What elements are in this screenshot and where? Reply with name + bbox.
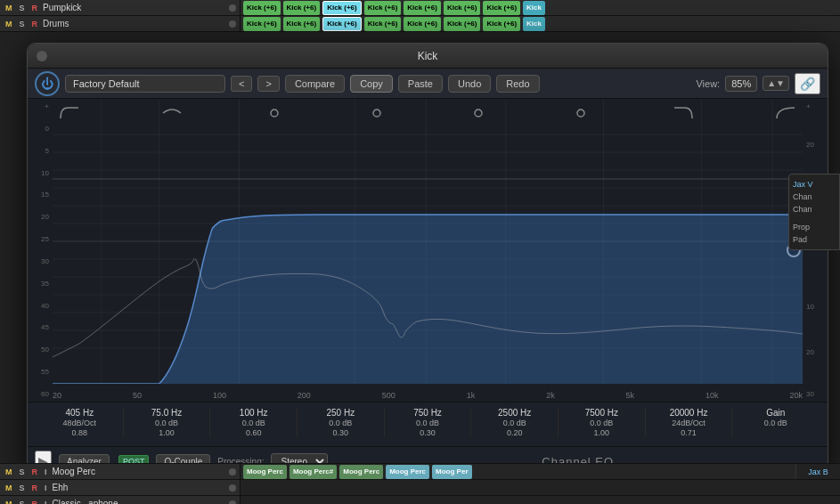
solo-btn-moogperc[interactable]: S bbox=[18, 467, 27, 476]
next-button[interactable]: > bbox=[257, 76, 279, 92]
clip[interactable]: Kick (+6) bbox=[404, 1, 441, 15]
clip[interactable]: Kick (+6) bbox=[243, 1, 281, 15]
clip[interactable]: Kick (+6) bbox=[322, 17, 362, 31]
rec-btn-drums[interactable]: R bbox=[30, 20, 40, 28]
track-clips-moogperc: Moog Perc Moog Perc# Moog Perc Moog Perc… bbox=[241, 464, 840, 479]
track-controls-ehh: M S R I Ehh bbox=[0, 480, 241, 495]
clip[interactable]: Kick (+6) bbox=[364, 17, 402, 31]
svg-point-23 bbox=[271, 110, 278, 117]
link-button[interactable]: 🔗 bbox=[795, 73, 820, 94]
mute-btn-ehh[interactable]: M bbox=[4, 484, 14, 492]
mute-btn-classic[interactable]: M bbox=[4, 500, 14, 505]
track-row-classic: M S R I Classic...aphone bbox=[0, 496, 840, 504]
clip[interactable]: Moog Perc bbox=[243, 465, 287, 479]
right-panel-item-prop[interactable]: Prop bbox=[793, 221, 836, 233]
freq-labels: 20 50 100 200 500 1k 2k 5k 10k 20k bbox=[53, 391, 803, 400]
right-panel: Jax V Chan Chan Prop Pad bbox=[788, 174, 840, 250]
paste-button[interactable]: Paste bbox=[398, 75, 443, 93]
compare-button[interactable]: Compare bbox=[285, 75, 345, 93]
clip[interactable]: Moog Perc# bbox=[290, 465, 337, 479]
clip[interactable]: Kick (+6) bbox=[444, 1, 481, 15]
redo-button[interactable]: Redo bbox=[496, 75, 539, 93]
eq-window: Kick ⏻ Factory Default < > Compare Copy … bbox=[27, 43, 828, 476]
clip[interactable]: Moog Per bbox=[432, 465, 471, 479]
rec-btn-moogperc[interactable]: R bbox=[30, 467, 40, 476]
right-panel-item-jaxv[interactable]: Jax V bbox=[793, 178, 836, 191]
solo-btn-drums[interactable]: S bbox=[18, 20, 27, 28]
solo-btn-pumpkick[interactable]: S bbox=[18, 4, 27, 12]
band-col-8: 20000 Hz 24dB/Oct 0.71 bbox=[646, 408, 733, 437]
band3-icon[interactable] bbox=[264, 106, 285, 120]
clip[interactable]: Kick (+6) bbox=[364, 1, 402, 15]
band-col-3: 100 Hz 0.0 dB 0.60 bbox=[210, 408, 298, 437]
band-col-4: 250 Hz 0.0 dB 0.30 bbox=[298, 408, 385, 437]
track-controls-drums: M S R Drums bbox=[0, 16, 241, 31]
view-stepper[interactable]: ▲▼ bbox=[763, 76, 789, 91]
track-name-ehh: Ehh bbox=[53, 483, 225, 492]
rec-btn-pumpkick[interactable]: R bbox=[30, 4, 40, 12]
bottom-section: M S R I Moog Perc Moog Perc Moog Perc# M… bbox=[0, 463, 840, 504]
clip[interactable]: Kick (+6) bbox=[243, 17, 281, 31]
track-controls-classic: M S R I Classic...aphone bbox=[0, 496, 241, 504]
band-icons-row bbox=[59, 106, 796, 120]
db-scale-right: + 20 10 5 10 20 30 bbox=[803, 99, 828, 402]
track-dot-ehh bbox=[229, 484, 236, 492]
clip[interactable]: Kick bbox=[523, 1, 545, 15]
right-panel-bottom: Jax B bbox=[795, 464, 840, 479]
track-controls-moogperc: M S R I Moog Perc bbox=[0, 464, 241, 479]
power-button[interactable]: ⏻ bbox=[35, 71, 60, 96]
solo-btn-ehh[interactable]: S bbox=[18, 484, 27, 492]
eq-titlebar: Kick bbox=[28, 44, 828, 69]
clip[interactable]: Moog Perc bbox=[339, 465, 383, 479]
rec-btn-ehh[interactable]: R bbox=[30, 484, 40, 492]
mute-btn-moogperc[interactable]: M bbox=[4, 467, 14, 476]
clip[interactable]: Kick (+6) bbox=[322, 1, 362, 15]
clip[interactable]: Kick (+6) bbox=[483, 1, 520, 15]
copy-button[interactable]: Copy bbox=[350, 75, 393, 93]
band-col-2: 75.0 Hz 0.0 dB 1.00 bbox=[124, 408, 211, 437]
band8-icon[interactable] bbox=[775, 106, 796, 120]
top-tracks: M S R Pumpkick Kick (+6) Kick (+6) Kick … bbox=[0, 0, 840, 32]
band4-icon[interactable] bbox=[366, 106, 387, 120]
clip[interactable]: Kick (+6) bbox=[404, 17, 441, 31]
preset-select[interactable]: Factory Default bbox=[65, 75, 225, 93]
track-clips-drums: Kick (+6) Kick (+6) Kick (+6) Kick (+6) … bbox=[241, 16, 840, 31]
svg-point-24 bbox=[373, 110, 380, 117]
right-panel-item-chan2[interactable]: Chan bbox=[793, 203, 836, 215]
track-dot-pumpkick bbox=[229, 4, 236, 12]
mute-btn-pumpkick[interactable]: M bbox=[4, 4, 14, 12]
window-close[interactable] bbox=[37, 51, 47, 61]
band1-icon[interactable] bbox=[59, 106, 80, 120]
band5-icon[interactable] bbox=[468, 106, 489, 120]
track-name-classic: Classic...aphone bbox=[53, 499, 225, 504]
solo-btn-classic[interactable]: S bbox=[18, 500, 27, 505]
svg-point-26 bbox=[577, 110, 584, 117]
clip[interactable]: Kick (+6) bbox=[283, 1, 321, 15]
track-dot-classic bbox=[229, 500, 236, 505]
band-params: 405 Hz 48dB/Oct 0.88 75.0 Hz 0.0 dB 1.00… bbox=[37, 408, 819, 437]
prev-button[interactable]: < bbox=[231, 76, 252, 92]
view-pct: 85% bbox=[725, 76, 757, 92]
track-row-drums: M S R Drums Kick (+6) Kick (+6) Kick (+6… bbox=[0, 16, 840, 32]
undo-button[interactable]: Undo bbox=[448, 75, 491, 93]
mute-btn-drums[interactable]: M bbox=[4, 20, 14, 28]
track-row-pumpkick: M S R Pumpkick Kick (+6) Kick (+6) Kick … bbox=[0, 0, 840, 16]
track-clips-pumpkick: Kick (+6) Kick (+6) Kick (+6) Kick (+6) … bbox=[241, 0, 840, 15]
clip[interactable]: Kick (+6) bbox=[283, 17, 321, 31]
band7-icon[interactable] bbox=[673, 106, 694, 120]
clip[interactable]: Kick bbox=[523, 17, 545, 31]
band6-icon[interactable] bbox=[570, 106, 591, 120]
band2-icon[interactable] bbox=[161, 106, 183, 120]
clip[interactable]: Moog Perc bbox=[386, 465, 429, 479]
right-panel-item-pad[interactable]: Pad bbox=[793, 233, 836, 246]
right-panel-item-chan1[interactable]: Chan bbox=[793, 191, 836, 203]
clip[interactable]: Kick (+6) bbox=[444, 17, 481, 31]
band-col-gain: Gain 0.0 dB bbox=[732, 408, 819, 437]
view-label: View: bbox=[696, 78, 720, 89]
clip[interactable]: Kick (+6) bbox=[483, 17, 520, 31]
rec-btn-classic[interactable]: R bbox=[30, 500, 40, 505]
track-name-moogperc: Moog Perc bbox=[53, 467, 225, 476]
band-col-7: 7500 Hz 0.0 dB 1.00 bbox=[559, 408, 646, 437]
eq-display: + 0 5 10 15 20 25 30 35 40 45 50 55 60 +… bbox=[28, 99, 828, 402]
band-col-6: 2500 Hz 0.0 dB 0.20 bbox=[471, 408, 559, 437]
